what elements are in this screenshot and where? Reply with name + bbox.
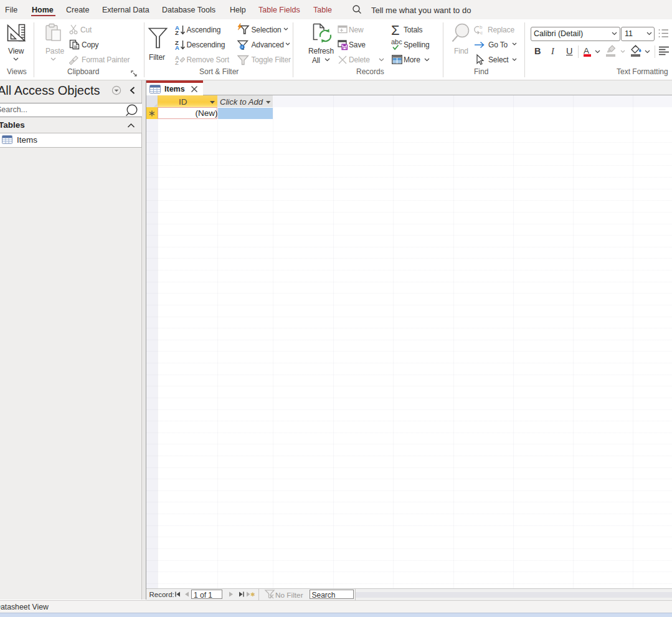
svg-text:Z: Z — [175, 59, 179, 66]
svg-text:A: A — [175, 44, 179, 51]
svg-text:c: c — [480, 30, 483, 36]
svg-text:b: b — [480, 24, 483, 30]
svg-text:abc: abc — [391, 38, 402, 45]
svg-text:Σ: Σ — [391, 22, 400, 38]
svg-text:Z: Z — [175, 29, 179, 36]
svg-text:✱: ✱ — [250, 591, 255, 598]
